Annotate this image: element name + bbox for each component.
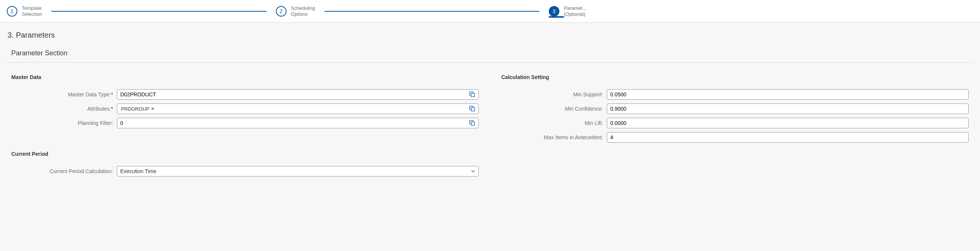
label-min-lift: Min Lift:	[501, 120, 607, 126]
column-right: Calculation Setting Min Support: Min Con…	[501, 74, 969, 180]
field-max-items	[607, 132, 969, 143]
svg-rect-3	[471, 107, 474, 111]
value-help-icon[interactable]	[469, 106, 475, 112]
value-help-icon[interactable]	[469, 120, 475, 126]
input-master-data-type-text[interactable]	[120, 92, 467, 98]
input-min-support[interactable]	[607, 89, 969, 100]
field-min-confidence	[607, 104, 969, 114]
field-attributes: PRDGROUP ✕	[117, 104, 479, 114]
input-planning-filter[interactable]	[117, 118, 479, 128]
label-min-confidence: Min Confidence:	[501, 106, 607, 112]
label-planning-filter: Planning Filter:	[11, 120, 117, 126]
required-indicator: *	[111, 92, 113, 98]
page-title: 3. Parameters	[8, 31, 972, 39]
field-current-period-calc: Execution Time	[117, 166, 479, 177]
wizard-step-circle-2: 2	[276, 6, 286, 17]
input-max-items[interactable]	[607, 132, 969, 143]
group-title-master-data: Master Data	[11, 74, 479, 80]
field-planning-filter	[117, 118, 479, 128]
columns: Master Data Master Data Type:*	[8, 74, 972, 180]
input-min-support-text[interactable]	[610, 92, 965, 98]
wizard-step-2[interactable]: 2 Scheduling Options	[276, 5, 315, 17]
row-min-confidence: Min Confidence:	[501, 104, 969, 114]
page-body: 3. Parameters Parameter Section Master D…	[0, 22, 980, 195]
row-planning-filter: Planning Filter:	[11, 118, 479, 128]
value-help-icon[interactable]	[469, 92, 475, 98]
input-min-confidence[interactable]	[607, 104, 969, 114]
wizard-step-number-1: 1	[11, 8, 14, 14]
wizard-header: 1 Template Selection 2 Scheduling Option…	[0, 0, 980, 22]
token-attribute[interactable]: PRDGROUP ✕	[120, 106, 155, 112]
token-attribute-label: PRDGROUP	[121, 106, 149, 112]
wizard-step-3[interactable]: 3 Paramet... (Optional)	[549, 5, 587, 17]
input-min-confidence-text[interactable]	[610, 106, 965, 112]
wizard-step-label-2: Scheduling Options	[291, 5, 315, 17]
field-master-data-type	[117, 89, 479, 100]
group-title-current-period: Current Period	[11, 151, 479, 157]
wizard-step-number-3: 3	[552, 8, 555, 14]
input-min-lift-text[interactable]	[610, 120, 965, 126]
spacer	[11, 132, 479, 151]
chevron-down-icon	[471, 169, 475, 174]
column-left: Master Data Master Data Type:*	[11, 74, 479, 180]
group-title-calc-setting: Calculation Setting	[501, 74, 969, 80]
label-master-data-type-text: Master Data Type:	[68, 92, 111, 98]
row-current-period-calc: Current Period Calculation: Execution Ti…	[11, 166, 479, 177]
svg-rect-1	[471, 93, 474, 97]
row-min-support: Min Support:	[501, 89, 969, 100]
row-max-items: Max Items in Antecedent:	[501, 132, 969, 143]
wizard-step-1[interactable]: 1 Template Selection	[7, 5, 42, 17]
row-master-data-type: Master Data Type:*	[11, 89, 479, 100]
input-planning-filter-text[interactable]	[120, 120, 467, 126]
label-attributes-text: Attributes:	[88, 106, 111, 112]
row-min-lift: Min Lift:	[501, 118, 969, 128]
input-min-lift[interactable]	[607, 118, 969, 128]
input-max-items-text[interactable]	[610, 134, 965, 140]
svg-rect-5	[471, 122, 474, 125]
label-min-support: Min Support:	[501, 92, 607, 98]
input-attributes[interactable]: PRDGROUP ✕	[117, 104, 479, 114]
label-current-period-calc: Current Period Calculation:	[11, 168, 117, 174]
wizard-connector-1	[51, 11, 266, 12]
wizard-step-circle-1: 1	[7, 6, 18, 17]
section-title: Parameter Section	[8, 49, 972, 63]
label-master-data-type: Master Data Type:*	[11, 92, 117, 98]
field-min-support	[607, 89, 969, 100]
token-remove-icon[interactable]: ✕	[151, 106, 154, 111]
wizard-connector-2	[325, 11, 539, 12]
input-master-data-type[interactable]	[117, 89, 479, 100]
label-attributes: Attributes:*	[11, 106, 117, 112]
input-attributes-text[interactable]	[158, 106, 467, 112]
wizard-step-circle-3: 3	[549, 6, 559, 17]
wizard-step-label-3: Paramet... (Optional)	[564, 5, 587, 17]
required-indicator: *	[111, 106, 113, 112]
wizard-step-label-1: Template Selection	[22, 5, 42, 17]
row-attributes: Attributes:* PRDGROUP ✕	[11, 104, 479, 114]
select-current-period-calc[interactable]: Execution Time	[117, 166, 479, 177]
wizard-active-underline	[549, 16, 564, 18]
field-min-lift	[607, 118, 969, 128]
wizard-step-number-2: 2	[280, 8, 283, 14]
label-max-items: Max Items in Antecedent:	[501, 134, 607, 140]
select-current-period-calc-value: Execution Time	[120, 168, 156, 174]
